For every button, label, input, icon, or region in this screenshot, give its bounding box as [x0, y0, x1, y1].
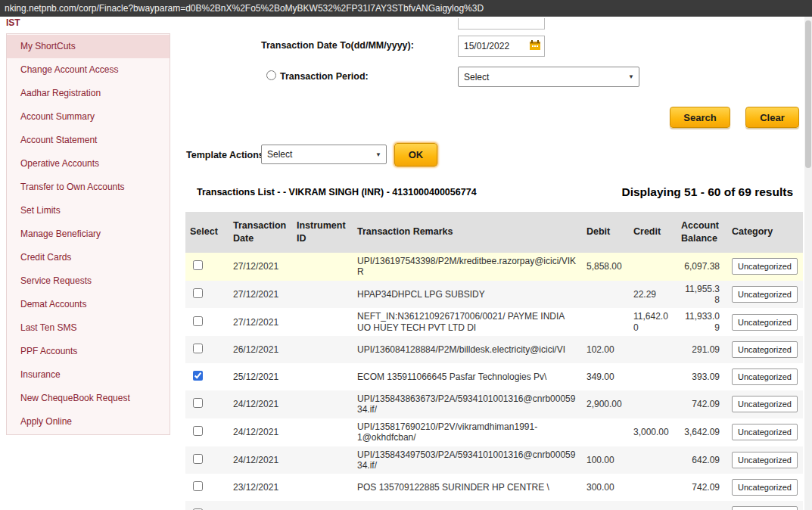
search-button[interactable]: Search [670, 107, 730, 128]
sidebar-item-label: Manage Beneficiary [20, 229, 101, 239]
table-row: 25/12/2021 ECOM 135911066645 Pasfar Tech… [185, 363, 803, 390]
category-button[interactable]: Uncategorized [732, 341, 798, 358]
sidebar-item[interactable]: Account Statement [7, 129, 170, 152]
cell-transaction-date: 27/12/2021 [229, 308, 292, 336]
cell-account-balance: 6,097.38 [677, 253, 727, 281]
cell-instrument-id [292, 446, 353, 474]
template-actions-label: Template Actions: [186, 150, 267, 160]
cell-account-balance: 642.09 [677, 446, 727, 474]
cell-transaction-date: 24/12/2021 [229, 390, 292, 418]
cell-transaction-remarks: UPI/136084128884/P2M/billdesk.electricit… [353, 336, 582, 363]
sidebar-item[interactable]: Aadhar Registration [7, 82, 170, 105]
row-select-checkbox[interactable] [193, 454, 203, 464]
row-select-checkbox[interactable] [193, 316, 203, 326]
cell-account-balance: 742.09 [677, 474, 727, 501]
row-select-checkbox[interactable] [193, 260, 203, 270]
sidebar-item[interactable]: Set Limits [7, 199, 170, 222]
sidebar-item-label: Change Account Access [20, 64, 118, 75]
row-select-checkbox[interactable] [193, 481, 203, 491]
sidebar-menu: My ShortCuts Change Account Access Aadha… [6, 33, 170, 435]
sidebar-item[interactable]: Demat Accounts [7, 293, 170, 316]
sidebar-item[interactable]: Service Requests [7, 269, 170, 293]
cell-debit: 102.00 [582, 336, 629, 363]
category-button[interactable]: Uncategorized [732, 452, 798, 468]
cell-instrument-id [292, 501, 353, 510]
sidebar-item[interactable]: Operative Accounts [7, 152, 170, 176]
sidebar-item[interactable]: Credit Cards [7, 246, 170, 269]
table-row: Uncategorized [185, 501, 803, 510]
cell-transaction-date: 27/12/2021 [229, 281, 292, 309]
clear-button[interactable]: Clear [745, 107, 799, 128]
table-row: 27/12/2021 HPAP34DHPCL LPG SUBSIDY 22.29… [185, 281, 803, 309]
sidebar-item-label: Set Limits [20, 205, 61, 216]
calendar-icon[interactable] [530, 40, 540, 52]
sidebar-item-label: Service Requests [20, 275, 92, 286]
transaction-period-radio[interactable] [266, 70, 276, 80]
sidebar-item[interactable]: New ChequeBook Request [7, 387, 170, 410]
cell-transaction-remarks: ECOM 135911066645 Pasfar Technologies Pv… [353, 363, 582, 390]
sidebar-item[interactable]: Last Ten SMS [7, 316, 170, 340]
cell-credit [629, 501, 677, 510]
cell-debit [582, 308, 629, 336]
column-header: Account Balance [677, 212, 727, 253]
sidebar-item-label: Last Ten SMS [20, 322, 76, 333]
sidebar-item[interactable]: PPF Accounts [7, 340, 170, 363]
browser-url-bar[interactable]: nking.netpnb.com/corp/Finacle?bwayparam=… [0, 0, 812, 17]
column-header: Credit [629, 212, 677, 253]
sidebar-item[interactable]: Apply Online [7, 410, 170, 434]
row-select-checkbox[interactable] [193, 288, 203, 298]
cell-transaction-date [229, 501, 292, 510]
category-button[interactable]: Uncategorized [732, 286, 798, 303]
sidebar-item-label: Credit Cards [20, 252, 71, 263]
sidebar-item-label: Account Statement [20, 135, 97, 145]
paging-status: Displaying 51 - 60 of 69 results [621, 185, 793, 199]
period-select-value: Select [464, 72, 489, 82]
transaction-date-to-input[interactable]: 15/01/2022 [458, 36, 545, 57]
sidebar-item[interactable]: My ShortCuts [7, 35, 170, 58]
cell-debit: 349.00 [582, 363, 629, 390]
cell-debit [582, 281, 629, 309]
category-button[interactable]: Uncategorized [732, 258, 798, 275]
transaction-period-select[interactable]: Select ▼ [458, 67, 639, 87]
category-button[interactable]: Uncategorized [732, 424, 798, 440]
clock-partial-text: IST [6, 17, 20, 28]
row-select-checkbox[interactable] [193, 426, 203, 436]
cell-credit [629, 363, 677, 390]
sidebar-item[interactable]: Insurance [7, 363, 170, 387]
sidebar-item[interactable]: Transfer to Own Accounts [7, 176, 170, 199]
cell-transaction-date: 27/12/2021 [229, 253, 292, 281]
table-row: 27/12/2021 NEFT_IN:N361210926717006/0021… [185, 308, 803, 336]
table-row: 24/12/2021 UPI/135843497503/P2A/59341010… [185, 446, 803, 474]
sidebar-item-label: Operative Accounts [20, 158, 99, 169]
chevron-down-icon: ▼ [628, 73, 634, 80]
sidebar-item[interactable]: Account Summary [7, 105, 170, 129]
scrollbar-thumb[interactable] [805, 20, 811, 168]
cell-transaction-date: 24/12/2021 [229, 418, 292, 446]
sidebar-item[interactable]: Change Account Access [7, 58, 170, 82]
category-button[interactable]: Uncategorized [732, 396, 798, 412]
cell-credit [629, 336, 677, 363]
row-select-checkbox[interactable] [193, 344, 203, 353]
sidebar-item-label: New ChequeBook Request [20, 393, 130, 403]
date-from-input-partial[interactable] [458, 18, 545, 30]
cell-instrument-id [292, 390, 353, 418]
template-actions-select[interactable]: Select ▼ [261, 145, 387, 164]
category-button[interactable]: Uncategorized [732, 314, 798, 331]
page: nking.netpnb.com/corp/Finacle?bwayparam=… [0, 0, 812, 510]
cell-credit: 3,000.00 [629, 418, 677, 446]
cell-account-balance [677, 501, 727, 510]
column-header: Transaction Remarks [353, 212, 582, 253]
sidebar-item[interactable]: Manage Beneficiary [7, 222, 170, 246]
chevron-down-icon: ▼ [375, 151, 381, 158]
cell-account-balance: 393.09 [677, 363, 727, 390]
row-select-checkbox[interactable] [193, 398, 203, 408]
row-select-checkbox[interactable] [193, 371, 203, 381]
category-button[interactable]: Uncategorized [732, 506, 798, 510]
category-button[interactable]: Uncategorized [732, 479, 798, 496]
table-row: 23/12/2021 POS 135709122885 SURINDER HP … [185, 474, 803, 501]
cell-transaction-remarks [353, 501, 582, 510]
category-button[interactable]: Uncategorized [732, 369, 798, 385]
ok-button[interactable]: OK [394, 143, 437, 166]
transactions-table: SelectTransaction DateInstrument IDTrans… [185, 212, 803, 510]
vertical-scrollbar[interactable] [804, 17, 812, 510]
